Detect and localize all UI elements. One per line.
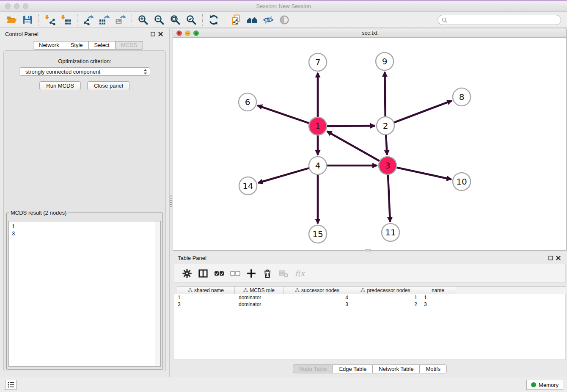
result-scrollbar[interactable] (155, 221, 160, 366)
svg-text:9: 9 (382, 56, 388, 66)
graph-node-8[interactable]: 8 (453, 88, 471, 106)
import-table-button[interactable] (58, 13, 74, 27)
graph-node-15[interactable]: 15 (309, 225, 327, 243)
network-view-window: scc.txt 7968124314101511 (173, 28, 567, 251)
graph-node-2[interactable]: 2 (377, 117, 394, 135)
zoom-selected-button[interactable] (183, 13, 199, 27)
table-settings-button[interactable] (180, 266, 194, 281)
tab-style[interactable]: Style (65, 41, 89, 50)
import-network-icon (44, 14, 55, 25)
import-network-button[interactable] (42, 13, 58, 27)
graph-node-11[interactable]: 11 (382, 224, 399, 241)
show-all-icon (279, 14, 290, 25)
memory-button[interactable]: Memory (526, 380, 563, 390)
main-toolbar (0, 12, 567, 28)
clone-network-button[interactable] (228, 13, 244, 27)
select-stepper-icon (143, 69, 147, 75)
tab-select[interactable]: Select (89, 41, 116, 50)
graph-node-3[interactable]: 3 (379, 157, 396, 174)
window-title: Session: New Session (0, 3, 567, 9)
graph-edge-4-14[interactable] (258, 168, 309, 183)
save-session-button[interactable] (19, 13, 36, 27)
graph-node-14[interactable]: 14 (239, 177, 257, 195)
zoom-out-button[interactable] (151, 13, 167, 27)
tab-node-table[interactable]: Node Table (293, 364, 333, 373)
graph-node-10[interactable]: 10 (453, 173, 471, 190)
graph-edge-2-8[interactable] (394, 101, 452, 122)
zoom-fit-button[interactable] (167, 13, 183, 27)
run-mcds-button[interactable]: Run MCDS (39, 81, 81, 90)
graph-node-7[interactable]: 7 (309, 53, 327, 71)
toggle-panes-button[interactable] (196, 266, 210, 281)
graph-edge-3-1[interactable] (327, 131, 380, 161)
export-image-button[interactable] (113, 13, 129, 27)
task-history-button[interactable] (5, 380, 17, 390)
search-input[interactable] (449, 17, 557, 23)
tree-sort-icon (361, 288, 365, 293)
table-row[interactable]: 3dominator323 (174, 301, 565, 308)
create-column-icon (246, 268, 256, 279)
column-header-shared-name[interactable]: shared name (177, 286, 235, 294)
graph-node-6[interactable]: 6 (239, 93, 256, 111)
show-all-button[interactable] (276, 13, 292, 27)
graph-node-4[interactable]: 4 (309, 157, 327, 174)
network-window-titlebar[interactable]: scc.txt (173, 28, 566, 38)
tab-edge-table[interactable]: Edge Table (333, 364, 373, 373)
float-table-panel-icon[interactable] (547, 254, 554, 261)
graph-edge-3-10[interactable] (396, 168, 451, 179)
zoom-in-button[interactable] (135, 13, 151, 27)
open-file-icon (6, 14, 17, 25)
network-canvas[interactable]: 7968124314101511 (173, 38, 566, 250)
close-table-panel-icon[interactable] (554, 254, 562, 261)
save-session-icon (22, 14, 33, 25)
svg-text:3: 3 (385, 160, 391, 171)
first-neighbors-button[interactable] (244, 13, 260, 27)
tab-mcds[interactable]: MCDS (116, 41, 143, 50)
export-network-button[interactable] (80, 13, 96, 27)
tab-network-table[interactable]: Network Table (373, 364, 420, 373)
select-all-button[interactable] (212, 266, 226, 281)
graph-node-9[interactable]: 9 (376, 52, 394, 70)
float-panel-icon[interactable] (149, 30, 157, 37)
table-cell-successor-nodes: 4 (284, 294, 352, 301)
create-column-button[interactable] (244, 266, 259, 281)
tree-sort-icon (188, 288, 193, 293)
table-cell-predecessor-nodes: 1 (352, 294, 421, 301)
optimization-criterion-select[interactable]: strongly connected component (19, 67, 150, 76)
export-table-button[interactable] (96, 13, 113, 27)
column-header-label: name (432, 287, 444, 293)
svg-text:4: 4 (315, 160, 321, 171)
hide-selected-button[interactable] (260, 13, 276, 27)
graph-edge-2-3[interactable] (386, 135, 387, 155)
graph-edge-1-6[interactable] (258, 105, 309, 123)
deselect-all-button[interactable] (228, 266, 242, 281)
optimization-criterion-label: Optimization criterion: (4, 58, 165, 64)
close-panel-icon[interactable] (157, 30, 164, 37)
tab-motifs[interactable]: Motifs (420, 364, 447, 373)
column-header-name[interactable]: name (420, 286, 456, 294)
graph-edge-2-9[interactable] (385, 72, 385, 116)
tab-network[interactable]: Network (33, 41, 65, 50)
titlebar: Session: New Session (0, 0, 567, 12)
graph-edge-1-2[interactable] (327, 126, 375, 126)
table-row[interactable]: 1dominator411 (174, 294, 565, 301)
column-header-successor-nodes[interactable]: successor nodes (284, 286, 351, 294)
graph-node-1[interactable]: 1 (309, 117, 327, 135)
apply-layout-button[interactable] (206, 13, 222, 27)
close-panel-button[interactable]: Close panel (87, 81, 130, 90)
horizontal-splitter-handle[interactable] (365, 249, 371, 251)
svg-text:2: 2 (383, 121, 388, 131)
toolbar-separator (39, 14, 39, 26)
toolbar-separator (202, 14, 203, 26)
open-file-button[interactable] (3, 13, 19, 27)
table-cell-name: 3 (421, 301, 457, 308)
search-box[interactable] (438, 15, 561, 25)
column-header-label: shared name (194, 287, 224, 293)
graph-edge-3-11[interactable] (388, 175, 390, 222)
vertical-splitter-handle[interactable] (170, 196, 172, 207)
delete-column-button[interactable] (260, 266, 275, 281)
apply-layout-icon (208, 14, 219, 25)
column-header-predecessor-nodes[interactable]: predecessor nodes (351, 286, 420, 294)
mcds-result-box[interactable]: 13 (8, 221, 161, 367)
column-header-MCDS-role[interactable]: MCDS role (235, 286, 284, 294)
